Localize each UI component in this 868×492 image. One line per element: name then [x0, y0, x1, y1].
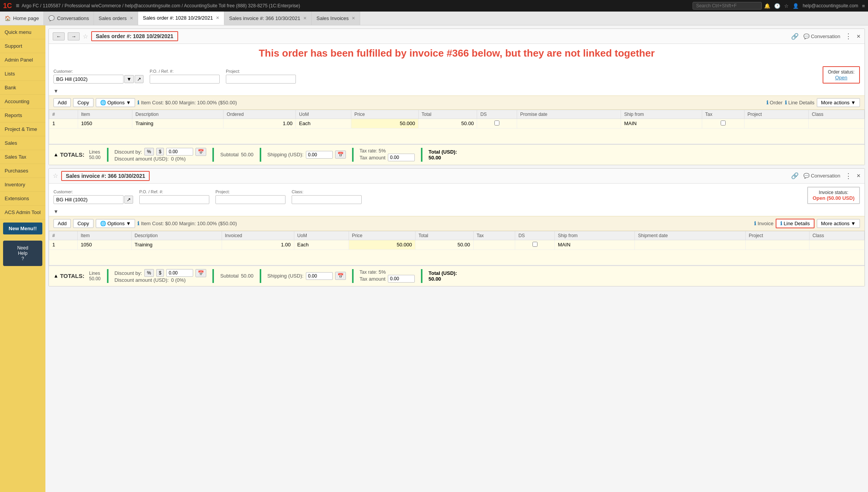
sidebar-item-acs-admin[interactable]: ACS Admin Tool	[0, 206, 45, 219]
sidebar-item-quick-menu[interactable]: Quick menu	[0, 25, 45, 39]
sidebar-item-inventory[interactable]: Inventory	[0, 178, 45, 192]
inv-ds-checkbox[interactable]	[532, 242, 537, 247]
po-ref-input[interactable]	[150, 75, 220, 84]
discount-value-input[interactable]	[166, 148, 193, 156]
close-icon[interactable]: ✕	[856, 33, 861, 39]
more-icon-invoice[interactable]: ⋮	[845, 172, 852, 180]
conversation-label-invoice[interactable]: 💬 Conversation	[803, 173, 840, 179]
sidebar-item-accounting[interactable]: Accounting	[0, 95, 45, 109]
inv-copy-button[interactable]: Copy	[73, 219, 93, 228]
sidebar-item-sales[interactable]: Sales	[0, 136, 45, 150]
project-input[interactable]	[226, 75, 296, 84]
totals-label: TOTALS:	[60, 151, 85, 158]
new-menu-button[interactable]: New Menu!!	[3, 223, 42, 234]
so-line-details-label[interactable]: Line Details	[788, 100, 815, 105]
customer-open-btn[interactable]: ↗	[135, 75, 144, 83]
inv-add-button[interactable]: Add	[53, 219, 71, 228]
order-status-value[interactable]: Open	[828, 75, 855, 80]
history-icon[interactable]: 🕐	[774, 3, 780, 9]
tab-sales-invoices-close[interactable]: ✕	[352, 16, 355, 21]
search-input[interactable]	[693, 2, 762, 10]
sales-invoice-collapse[interactable]: ▼	[49, 207, 865, 216]
sidebar-item-bank[interactable]: Bank	[0, 81, 45, 95]
sidebar-item-purchases[interactable]: Purchases	[0, 164, 45, 178]
so-copy-button[interactable]: Copy	[73, 98, 93, 107]
star-icon-invoice[interactable]: ☆	[53, 172, 58, 179]
so-order-label[interactable]: Order	[770, 100, 783, 105]
tab-sales-invoice-366[interactable]: Sales invoice #: 366 10/30/2021 ✕	[224, 12, 312, 25]
close-icon-invoice[interactable]: ✕	[856, 173, 861, 179]
tab-sales-order-1028-close[interactable]: ✕	[216, 15, 219, 20]
sidebar-item-support[interactable]: Support	[0, 39, 45, 53]
tab-sales-orders[interactable]: Sales orders ✕	[94, 12, 138, 25]
customer-input[interactable]	[53, 75, 124, 84]
inv-invoice-label[interactable]: Invoice	[758, 221, 773, 226]
inv-discount-pct-btn[interactable]: %	[144, 269, 154, 277]
sidebar-item-lists[interactable]: Lists	[0, 67, 45, 81]
more-icon[interactable]: ⋮	[845, 32, 852, 40]
inv-options-button[interactable]: 🌐 Options ▼	[96, 219, 135, 228]
inv-customer-open-btn[interactable]: ↗	[124, 196, 133, 204]
topbar-menu-icon[interactable]: ≡	[862, 3, 865, 9]
tab-sales-invoice-366-close[interactable]: ✕	[303, 16, 307, 21]
inv-cell-price[interactable]: 50.000	[349, 240, 415, 249]
inv-tax-amount-input[interactable]	[388, 275, 415, 283]
discount-calendar-btn[interactable]: 📅	[195, 148, 206, 156]
discount-dollar-btn[interactable]: $	[156, 148, 164, 156]
tab-sales-orders-close[interactable]: ✕	[130, 16, 133, 21]
discount-pct-btn[interactable]: %	[144, 148, 154, 156]
cell-price[interactable]: 50.000	[351, 119, 418, 128]
inv-discount-dollar-btn[interactable]: $	[156, 269, 164, 277]
sidebar-item-reports[interactable]: Reports	[0, 109, 45, 122]
sales-order-collapse[interactable]: ▼	[49, 87, 865, 95]
inv-discount-value-input[interactable]	[166, 269, 193, 277]
inv-line-details-button[interactable]: ℹ Line Details	[776, 219, 815, 228]
inv-cell-ds[interactable]	[515, 240, 555, 249]
cell-ds[interactable]	[477, 119, 517, 128]
conversation-label[interactable]: 💬 Conversation	[803, 33, 840, 39]
so-add-button[interactable]: Add	[53, 98, 71, 107]
cell-description[interactable]: Training	[132, 119, 224, 128]
back-button[interactable]: ←	[53, 32, 65, 40]
so-more-actions-button[interactable]: More actions ▼	[817, 98, 860, 107]
inv-col-class: Class	[809, 231, 864, 240]
cell-tax[interactable]	[702, 119, 744, 128]
bell-icon[interactable]: 🔔	[764, 3, 770, 9]
inv-shipping-input[interactable]	[306, 272, 333, 280]
inv-project-input[interactable]	[215, 195, 285, 204]
sidebar-item-extensions[interactable]: Extensions	[0, 192, 45, 206]
tab-conversations[interactable]: 💬 Conversations	[44, 12, 94, 25]
inv-more-actions-button[interactable]: More actions ▼	[817, 219, 860, 228]
totals-chevron[interactable]: ▲	[53, 152, 58, 157]
user-icon[interactable]: 👤	[793, 3, 799, 9]
bookmark-icon[interactable]: ☆	[784, 3, 789, 9]
inv-customer-input[interactable]	[53, 195, 124, 204]
tab-sales-order-1028[interactable]: Sales order #: 1028 10/29/2021 ✕	[138, 12, 224, 25]
sidebar-item-sales-tax[interactable]: Sales Tax	[0, 150, 45, 164]
cell-item[interactable]: 1050	[78, 119, 132, 128]
tab-sales-invoices[interactable]: Sales Invoices ✕	[312, 12, 360, 25]
hamburger-icon[interactable]: ≡	[16, 2, 19, 9]
shipping-calendar-btn[interactable]: 📅	[335, 151, 346, 159]
star-icon[interactable]: ☆	[83, 33, 88, 40]
inv-class-input[interactable]	[292, 195, 362, 204]
customer-dropdown-btn[interactable]: ▼	[124, 75, 134, 83]
link-icon[interactable]: 🔗	[791, 33, 799, 40]
inv-totals-chevron[interactable]: ▲	[53, 273, 58, 279]
tax-amount-input[interactable]	[388, 154, 415, 161]
sidebar-item-admin-panel[interactable]: Admin Panel	[0, 53, 45, 67]
inv-cell-description[interactable]: Training	[131, 240, 222, 249]
so-options-button[interactable]: 🌐 Options ▼	[96, 98, 135, 107]
sidebar-item-project-time[interactable]: Project & Time	[0, 122, 45, 136]
link-icon-invoice[interactable]: 🔗	[791, 172, 799, 179]
inv-discount-calendar-btn[interactable]: 📅	[195, 269, 206, 277]
inv-shipping-calendar-btn[interactable]: 📅	[335, 272, 346, 280]
tab-home[interactable]: 🏠 Home page	[0, 12, 44, 25]
shipping-input[interactable]	[306, 151, 333, 159]
inv-cell-item[interactable]: 1050	[77, 240, 131, 249]
forward-button[interactable]: →	[68, 32, 80, 40]
inv-po-ref-input[interactable]	[139, 195, 209, 204]
tax-checkbox[interactable]	[721, 120, 726, 126]
need-help-button[interactable]: NeedHelp?	[3, 241, 42, 266]
ds-checkbox[interactable]	[494, 120, 499, 126]
